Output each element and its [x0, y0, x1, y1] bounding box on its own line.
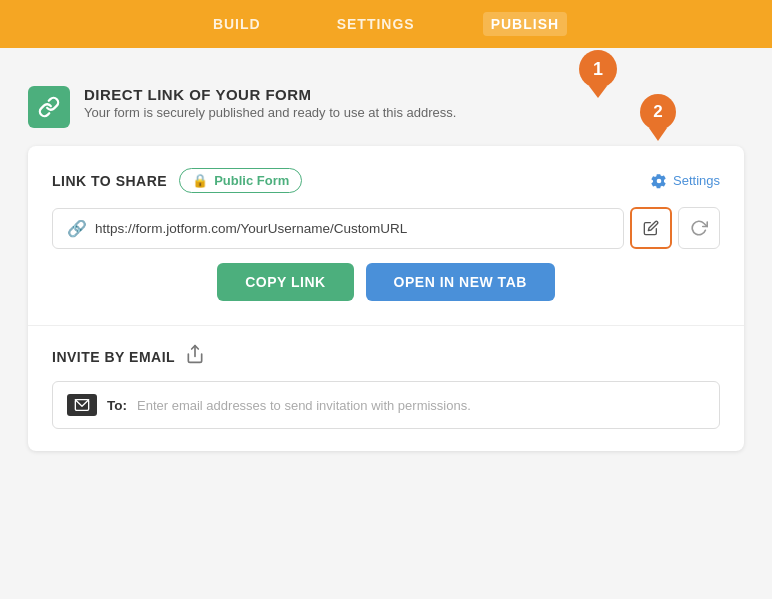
- pencil-icon: [643, 220, 659, 236]
- url-row: 🔗 https://form.jotform.com/YourUsername/…: [52, 207, 720, 249]
- upload-icon[interactable]: [185, 344, 205, 369]
- action-buttons: COPY LINK OPEN IN NEW TAB: [52, 263, 720, 301]
- url-chain-icon: 🔗: [67, 219, 87, 238]
- settings-link[interactable]: Settings: [651, 173, 720, 189]
- share-icon: [185, 344, 205, 364]
- top-navigation: BUILD SETTINGS PUBLISH: [0, 0, 772, 48]
- gear-icon: [651, 173, 667, 189]
- public-form-badge[interactable]: 🔒 Public Form: [179, 168, 302, 193]
- step-2-indicator: 2: [640, 94, 676, 130]
- step-2-bubble: 2: [640, 94, 676, 130]
- publish-card: 2 LINK TO SHARE 🔒 Public Form Settings 🔗: [28, 146, 744, 451]
- email-icon: [67, 394, 97, 416]
- step-1-indicator: 1: [579, 50, 617, 88]
- step-1-bubble: 1: [579, 50, 617, 88]
- settings-label: Settings: [673, 173, 720, 188]
- url-box: 🔗 https://form.jotform.com/YourUsername/…: [52, 208, 624, 249]
- invite-header: INVITE BY EMAIL: [52, 344, 720, 369]
- direct-link-text: DIRECT LINK OF YOUR FORM Your form is se…: [84, 86, 456, 120]
- invite-label: INVITE BY EMAIL: [52, 349, 175, 365]
- direct-link-title: DIRECT LINK OF YOUR FORM: [84, 86, 456, 103]
- direct-link-subtitle: Your form is securely published and read…: [84, 105, 456, 120]
- card-divider: [28, 325, 744, 326]
- email-placeholder: Enter email addresses to send invitation…: [137, 398, 471, 413]
- nav-publish[interactable]: PUBLISH: [483, 12, 567, 36]
- link-icon-box: [28, 86, 70, 128]
- envelope-icon: [74, 399, 90, 411]
- copy-link-button[interactable]: COPY LINK: [217, 263, 353, 301]
- chain-link-icon: [38, 96, 60, 118]
- open-in-new-tab-button[interactable]: OPEN IN NEW TAB: [366, 263, 555, 301]
- public-form-label: Public Form: [214, 173, 289, 188]
- url-text: https://form.jotform.com/YourUsername/Cu…: [95, 221, 407, 236]
- email-to-label: To:: [107, 398, 127, 413]
- refresh-icon: [690, 219, 708, 237]
- link-to-share-label: LINK TO SHARE: [52, 173, 167, 189]
- nav-build[interactable]: BUILD: [205, 12, 269, 36]
- main-content: 1 DIRECT LINK OF YOUR FORM Your form is …: [0, 48, 772, 471]
- nav-settings[interactable]: SETTINGS: [329, 12, 423, 36]
- edit-url-button[interactable]: [630, 207, 672, 249]
- link-to-share-left: LINK TO SHARE 🔒 Public Form: [52, 168, 302, 193]
- link-to-share-row: LINK TO SHARE 🔒 Public Form Settings: [52, 168, 720, 193]
- direct-link-header: DIRECT LINK OF YOUR FORM Your form is se…: [28, 86, 744, 128]
- refresh-url-button[interactable]: [678, 207, 720, 249]
- email-input-row[interactable]: To: Enter email addresses to send invita…: [52, 381, 720, 429]
- lock-icon: 🔒: [192, 173, 208, 188]
